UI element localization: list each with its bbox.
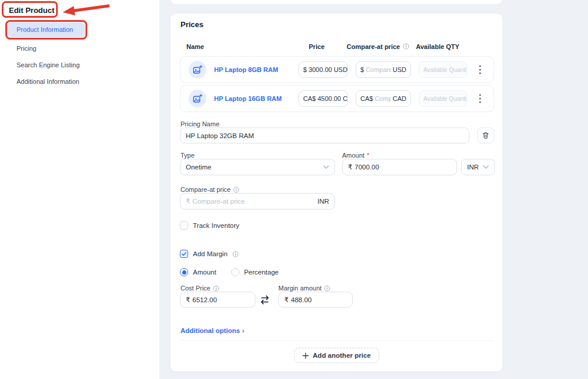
info-icon: [213, 285, 219, 292]
chevron-right-icon: ›: [242, 327, 244, 334]
currency-prefix: CA$: [360, 95, 373, 102]
row-menu-button[interactable]: [475, 61, 485, 78]
sidebar-item-additional-information[interactable]: Additional Information: [17, 78, 79, 85]
type-label: Type: [180, 152, 195, 159]
currency-prefix: $: [360, 66, 364, 73]
price-input[interactable]: CA$ 4500.00 CAD: [298, 90, 348, 107]
kebab-menu-icon: [479, 94, 481, 103]
swap-horizontal-icon: [259, 295, 271, 305]
price-value: 3000.00: [308, 66, 332, 73]
cost-price-value: 6512.00: [192, 296, 217, 303]
track-inventory-checkbox[interactable]: [180, 221, 188, 230]
required-asterisk: *: [367, 152, 369, 159]
type-select[interactable]: Onetime: [180, 159, 335, 175]
compare-at-price-label: Compare-at price: [180, 186, 239, 193]
currency-select[interactable]: INR: [461, 159, 495, 175]
sidebar: Edit Product Product Information Pricing…: [0, 0, 159, 379]
currency-code: CAD: [393, 95, 406, 102]
margin-type-radio-group: Amount Percentage: [180, 268, 278, 276]
add-product-image-button[interactable]: [189, 90, 206, 107]
currency-prefix: ₹: [348, 163, 352, 171]
available-quantity-input[interactable]: Available Quantity: [419, 90, 467, 107]
add-margin-row: Add Margin: [180, 250, 239, 258]
prices-section-title: Prices: [180, 20, 203, 29]
edit-product-page: Edit Product Product Information Pricing…: [0, 0, 588, 379]
placeholder-text: Compare-at p: [366, 66, 391, 73]
kebab-menu-icon: [479, 65, 481, 74]
sidebar-item-product-information[interactable]: Product Information: [7, 22, 85, 37]
product-name-link[interactable]: HP Laptop 16GB RAM: [214, 95, 291, 102]
price-value: 4500.00: [317, 95, 341, 102]
placeholder-text: Compare-a: [375, 95, 390, 102]
add-margin-label: Add Margin: [193, 250, 228, 257]
add-another-price-label: Add another price: [313, 352, 370, 359]
currency-prefix: CA$: [303, 95, 316, 102]
sidebar-item-pricing[interactable]: Pricing: [17, 45, 37, 52]
annotation-red-arrow-icon: [61, 1, 113, 17]
checkmark-icon: [181, 251, 187, 257]
cost-price-input[interactable]: ₹ 6512.00: [180, 292, 255, 308]
main-content: Prices Name Price Compare-at price Avail…: [159, 0, 588, 379]
section-divider: [180, 340, 494, 341]
delete-price-button[interactable]: [477, 128, 494, 143]
currency-code: CAD: [343, 95, 348, 102]
currency-value: INR: [467, 164, 479, 171]
cost-price-label: Cost Price: [180, 285, 219, 292]
placeholder-text: Available Quantity: [423, 67, 467, 73]
margin-amount-value: 488.00: [291, 296, 311, 303]
pricing-name-input[interactable]: HP Laptop 32GB RAM: [180, 128, 469, 143]
pricing-name-label: Pricing Name: [180, 120, 219, 128]
placeholder-text: Available Quantity: [423, 96, 467, 102]
info-icon: [232, 251, 239, 257]
compare-at-price-input[interactable]: $ Compare-at p USD: [356, 61, 411, 78]
compare-label-text: Compare-at price: [180, 186, 231, 193]
radio-percentage[interactable]: [231, 268, 239, 276]
chevron-down-icon: [323, 165, 329, 169]
column-header-price: Price: [292, 43, 341, 50]
currency-code: USD: [393, 66, 406, 73]
price-table-row: HP Laptop 8GB RAM $ 3000.00 USD $ Compar…: [180, 56, 494, 83]
currency-code: INR: [317, 198, 329, 205]
radio-amount-label: Amount: [193, 269, 216, 276]
column-header-name: Name: [186, 43, 204, 50]
amount-label: Amount *: [342, 152, 369, 159]
add-margin-checkbox[interactable]: [180, 250, 188, 258]
pricing-name-value: HP Laptop 32GB RAM: [186, 132, 254, 139]
margin-amount-label-text: Margin amount: [278, 285, 321, 292]
currency-code: USD: [334, 66, 347, 73]
compare-at-price-input[interactable]: ₹ Compare-at price INR: [180, 193, 335, 210]
additional-options-label: Additional options: [180, 327, 240, 334]
amount-input[interactable]: ₹ 7000.00: [342, 159, 457, 175]
margin-amount-input[interactable]: ₹ 488.00: [278, 292, 353, 308]
track-inventory-label: Track Inventory: [193, 222, 239, 229]
available-quantity-input[interactable]: Available Quantity: [419, 61, 467, 78]
add-product-image-button[interactable]: [189, 61, 206, 79]
additional-options-link[interactable]: Additional options ›: [180, 327, 244, 334]
currency-prefix: ₹: [284, 296, 288, 304]
price-table-header: Name Price Compare-at price Available QT…: [170, 43, 502, 51]
radio-amount[interactable]: [180, 268, 188, 276]
margin-amount-label: Margin amount: [278, 285, 330, 292]
image-plus-icon: [192, 93, 203, 104]
price-table-row: HP Laptop 16GB RAM CA$ 4500.00 CAD CA$ C…: [180, 85, 494, 112]
chevron-down-icon: [483, 165, 489, 169]
sidebar-item-search-engine-listing[interactable]: Search Engine Listing: [17, 61, 80, 68]
compare-at-price-input[interactable]: CA$ Compare-a CAD: [356, 90, 411, 107]
info-icon: [324, 285, 330, 292]
info-icon: [233, 187, 239, 193]
type-value: Onetime: [186, 164, 211, 171]
image-plus-icon: [192, 64, 203, 75]
row-menu-button[interactable]: [475, 90, 485, 107]
product-name-link[interactable]: HP Laptop 8GB RAM: [214, 66, 291, 73]
amount-label-text: Amount: [342, 152, 364, 159]
column-header-compare-at-price: Compare-at price: [345, 43, 411, 50]
cost-price-label-text: Cost Price: [180, 285, 211, 292]
track-inventory-row: Track Inventory: [180, 221, 239, 230]
sidebar-item-label: Product Information: [7, 22, 85, 37]
previous-card-edge: [170, 0, 503, 5]
add-another-price-button[interactable]: Add another price: [294, 348, 379, 363]
amount-value: 7000.00: [354, 164, 379, 171]
radio-percentage-label: Percentage: [244, 269, 279, 276]
price-input[interactable]: $ 3000.00 USD: [298, 61, 348, 78]
column-header-available-qty: Available QTY: [413, 43, 462, 50]
